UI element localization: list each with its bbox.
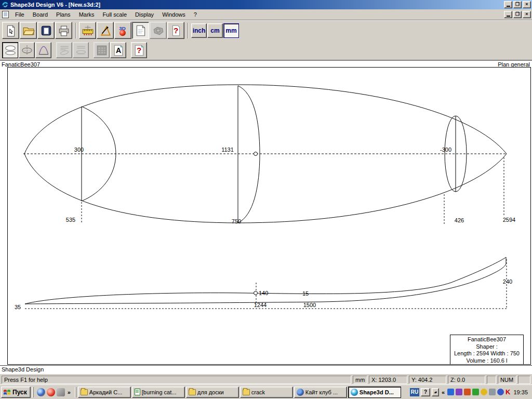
svg-text:?: ? [137, 46, 141, 55]
mdi-restore-button[interactable]: ❐ [513, 11, 522, 18]
unit-cm-button[interactable]: cm [207, 23, 223, 38]
svg-text:A: A [116, 46, 121, 55]
tray-icon-1[interactable] [447, 389, 454, 395]
slice-list-button[interactable] [56, 42, 72, 58]
tray-icon-3[interactable] [464, 389, 471, 395]
info-dimensions: Length : 2594 Width : 750 [450, 350, 523, 357]
3d-view-button[interactable]: 3D [114, 22, 131, 39]
outline-view-button[interactable] [2, 42, 18, 58]
drawing-canvas: FanaticBee307 Plan general 300 113 [0, 60, 532, 365]
board-icon [40, 24, 52, 37]
tray-chevron[interactable]: « [441, 389, 446, 395]
task-button-folder-2[interactable]: для доски [186, 387, 239, 398]
center-marker[interactable] [254, 152, 258, 156]
system-tray: RU ? ▴▾ « K 19:35 [408, 387, 531, 398]
dim-thickness: 140 [259, 290, 268, 296]
section-view-button[interactable] [19, 42, 35, 58]
menu-marks[interactable]: Marks [75, 10, 99, 19]
new-button[interactable] [2, 22, 19, 39]
menu-windows[interactable]: Windows [158, 10, 190, 19]
taskbar-clock[interactable]: 19:35 [513, 389, 528, 395]
desktop: Shape3d Design V6 - [New.s3d:2] ❐ × File… [0, 0, 532, 399]
menu-board[interactable]: Board [29, 10, 52, 19]
spec-sheet-button[interactable] [73, 42, 89, 58]
menu-full-scale[interactable]: Full scale [99, 10, 131, 19]
tray-icon-4[interactable] [472, 389, 479, 395]
menu-plans[interactable]: Plans [52, 10, 75, 19]
help-icon: ? [133, 44, 145, 57]
dim-mid-offset: 15 [302, 290, 309, 297]
toolbar-separator [75, 23, 76, 38]
dim-nose-rocker: 240 [503, 278, 512, 285]
taskbar-grip[interactable] [75, 387, 76, 397]
language-indicator[interactable]: RU [410, 388, 419, 396]
dim-length: 2594 [503, 217, 515, 223]
mdi-minimize-button[interactable] [504, 11, 512, 18]
restore-button[interactable]: ❐ [513, 1, 522, 8]
mdi-frame-label: Shape3d Design [0, 365, 532, 374]
rocker-view-button[interactable] [35, 42, 51, 58]
window-title: Shape3d Design V6 - [New.s3d:2] [10, 2, 100, 8]
menu-display[interactable]: Display [131, 10, 158, 19]
quick-launch: » [35, 388, 73, 396]
svg-text:?: ? [174, 26, 178, 35]
slice-list-icon [58, 44, 71, 57]
tray-help-button[interactable]: ? [421, 388, 430, 396]
image-button[interactable] [94, 42, 110, 58]
tray-icon-5[interactable] [481, 389, 487, 395]
dim-section-nose: 300 [74, 147, 84, 153]
task-button-document[interactable]: [burning cat... [132, 387, 185, 398]
help2-button[interactable]: ? [131, 42, 147, 58]
menu-help[interactable]: ? [190, 10, 201, 19]
quicklaunch-gray-app-icon[interactable] [57, 388, 65, 396]
task-label: Shape3d D... [360, 389, 394, 395]
task-button-shape3d[interactable]: Shape3d D... [348, 387, 401, 398]
app-icon [2, 1, 9, 8]
menu-file[interactable]: File [11, 10, 29, 19]
mdi-document-icon[interactable] [2, 11, 9, 18]
statusbar: Press F1 for help mm X: 1203.0 Y: 404.2 … [0, 374, 532, 384]
status-y-coordinate: Y: 404.2 [409, 376, 446, 384]
dim-width-nose: 535 [66, 217, 75, 223]
tray-icon-7[interactable] [497, 389, 504, 395]
unit-inch-button[interactable]: inch [191, 23, 207, 38]
board-info-box: FanaticBee307 Shaper : Length : 2594 Wid… [450, 335, 524, 365]
tray-icon-2[interactable] [456, 389, 462, 395]
kaspersky-icon[interactable]: K [506, 389, 510, 395]
text-tool-button[interactable]: A [110, 42, 126, 58]
task-button-folder-1[interactable]: Аркадий С... [78, 387, 131, 398]
help-button[interactable]: ? [167, 22, 184, 39]
open-button[interactable] [20, 22, 37, 39]
plan-drawing[interactable]: 300 1131 -300 535 750 426 2594 35 140 15… [0, 61, 532, 366]
measure-button[interactable] [79, 22, 96, 39]
tray-expand-button[interactable]: ▴▾ [432, 388, 439, 396]
tray-icon-6[interactable] [489, 389, 496, 395]
unit-mm-button[interactable]: mm [223, 23, 239, 38]
quicklaunch-browser-icon[interactable] [37, 388, 45, 396]
export-button[interactable] [150, 22, 167, 39]
dim-width-tail: 426 [455, 217, 464, 223]
board-properties-button[interactable] [37, 22, 55, 39]
mdi-close-button[interactable]: × [523, 11, 531, 18]
status-num-lock: NUM [498, 376, 516, 384]
folder-icon [189, 389, 196, 395]
task-button-folder-3[interactable]: crack [240, 387, 293, 398]
close-button[interactable]: × [523, 1, 531, 8]
plan-view-button[interactable] [132, 22, 149, 39]
dim-pos-aft: 1500 [303, 302, 316, 308]
task-button-browser[interactable]: Кайт клуб ... [294, 387, 347, 398]
drawing-frame [8, 68, 531, 365]
quicklaunch-overflow-chevron[interactable]: » [66, 389, 72, 395]
quicklaunch-red-app-icon[interactable] [47, 388, 55, 396]
shape3d-icon [351, 389, 358, 396]
titlebar: Shape3d Design V6 - [New.s3d:2] ❐ × [0, 0, 532, 9]
print-button[interactable] [55, 22, 72, 39]
start-button[interactable]: Пуск [1, 387, 31, 398]
guideline-button[interactable] [97, 22, 114, 39]
minimize-button[interactable] [504, 1, 512, 8]
browser-icon [297, 389, 304, 396]
taskbar-grip[interactable] [32, 387, 34, 397]
task-label: crack [251, 389, 265, 395]
windows-flag-icon [3, 389, 11, 396]
profile-marker[interactable] [254, 291, 258, 295]
